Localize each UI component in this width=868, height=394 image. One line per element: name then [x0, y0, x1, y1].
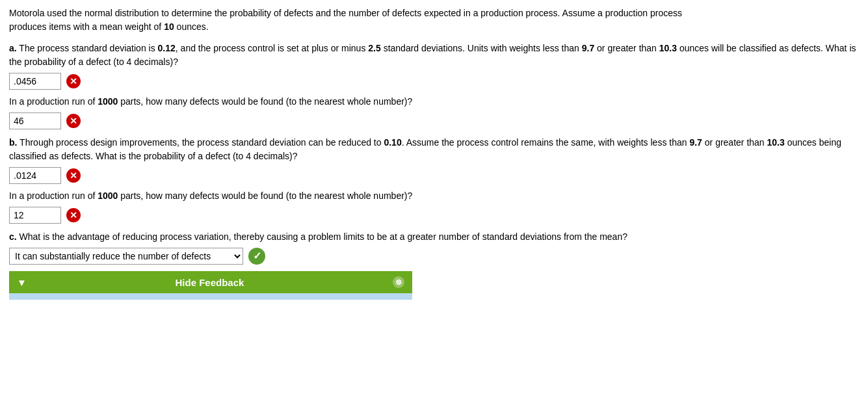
answer-a-prob-row: ✕: [9, 73, 859, 90]
qa-parts1: 1000: [98, 96, 118, 107]
error-icon-b-defects[interactable]: ✕: [66, 208, 81, 222]
answer-b-prob-input[interactable]: [9, 167, 61, 184]
qb-text1: Through process design improvements, the…: [17, 137, 384, 148]
qb-w4: 10.3: [767, 137, 785, 148]
answer-b-defects-input[interactable]: [9, 207, 61, 224]
qb-text3: or greater than: [702, 137, 767, 148]
success-icon-c: ✓: [248, 248, 265, 265]
qa-text3: standard deviations. Units with weights …: [381, 43, 582, 53]
qb-w3: 9.7: [689, 137, 702, 148]
qc-text1: What is the advantage of reducing proces…: [17, 231, 627, 242]
question-b-label: b.: [9, 137, 17, 148]
answer-a-prob-input[interactable]: [9, 73, 61, 90]
question-a-text: a. The process standard deviation is 0.1…: [9, 42, 859, 69]
qa-text1: The process standard deviation is: [17, 43, 158, 53]
error-icon-b-prob[interactable]: ✕: [66, 168, 81, 183]
question-a-label: a.: [9, 43, 17, 53]
qa-w1: 9.7: [582, 43, 594, 53]
qb-text2: . Assume the process control remains the…: [402, 137, 690, 148]
qa-sub-text2: parts, how many defects would be found (…: [118, 96, 412, 107]
qa-w2: 10.3: [659, 43, 677, 53]
question-c-label: c.: [9, 231, 17, 242]
question-a-block: a. The process standard deviation is 0.1…: [9, 42, 859, 129]
intro-text1: Motorola used the normal distribution to…: [9, 8, 682, 18]
feedback-subbar: [9, 293, 412, 300]
qb-sd2: 0.10: [384, 137, 401, 148]
qb-sub-text1: In a production run of: [9, 190, 98, 201]
question-b-sub-text: In a production run of 1000 parts, how m…: [9, 189, 859, 203]
question-b-text: b. Through process design improvements, …: [9, 136, 859, 163]
answer-c-dropdown[interactable]: It can substantially reduce the number o…: [9, 248, 243, 265]
question-b-block: b. Through process design improvements, …: [9, 136, 859, 224]
intro-text2: produces items with a mean weight of: [9, 21, 164, 32]
answer-b-defects-row: ✕: [9, 207, 859, 224]
answer-c-row: It can substantially reduce the number o…: [9, 248, 859, 265]
qa-sd1: 0.12: [158, 43, 176, 53]
question-a-sub-text: In a production run of 1000 parts, how m…: [9, 95, 859, 109]
feedback-bar[interactable]: ▼ Hide Feedback ⊗: [9, 271, 412, 293]
intro-text3: ounces.: [174, 21, 209, 32]
qa-sub-text1: In a production run of: [9, 96, 98, 107]
answer-a-defects-row: ✕: [9, 112, 859, 129]
feedback-label: Hide Feedback: [175, 277, 244, 288]
question-c-block: c. What is the advantage of reducing pro…: [9, 230, 859, 265]
intro-mean: 10: [164, 21, 174, 32]
feedback-arrow: ▼: [17, 277, 27, 288]
qa-ctrl: 2.5: [368, 43, 380, 53]
answer-a-defects-input[interactable]: [9, 112, 61, 129]
answer-b-prob-row: ✕: [9, 167, 859, 184]
question-c-text: c. What is the advantage of reducing pro…: [9, 230, 859, 244]
feedback-close-button[interactable]: ⊗: [393, 276, 404, 288]
qb-sub-text2: parts, how many defects would be found (…: [118, 190, 412, 201]
qa-text2: , and the process control is set at plus…: [176, 43, 368, 53]
error-icon-a-defects[interactable]: ✕: [66, 114, 81, 128]
intro-paragraph: Motorola used the normal distribution to…: [9, 7, 859, 34]
error-icon-a-prob[interactable]: ✕: [66, 74, 81, 88]
qb-parts2: 1000: [98, 190, 118, 201]
qa-text4: or greater than: [594, 43, 659, 53]
